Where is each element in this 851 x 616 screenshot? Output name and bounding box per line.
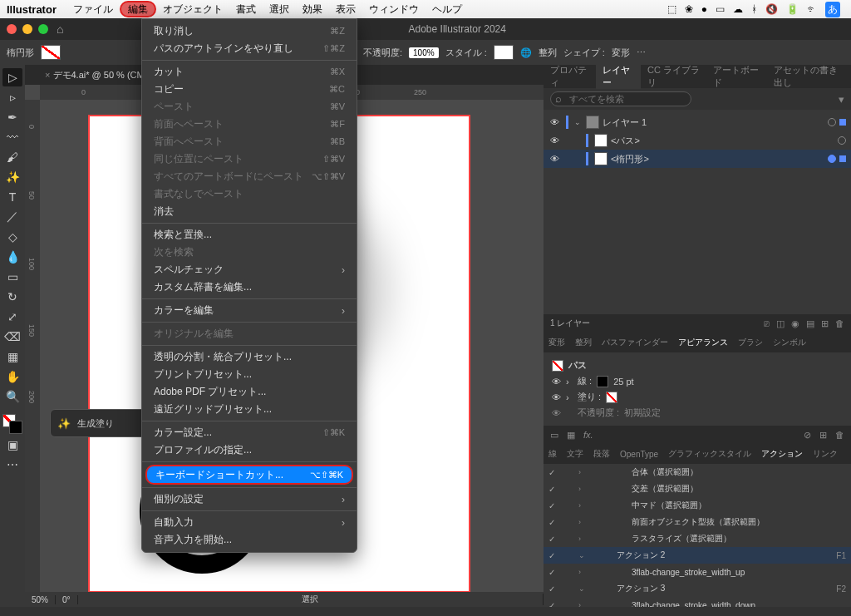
action-row[interactable]: ✓ › 前面オブジェクト型抜（選択範囲） — [544, 514, 851, 530]
tab-artboards[interactable]: アートボード — [706, 64, 767, 89]
bluetooth-icon[interactable]: ᚼ — [751, 3, 757, 15]
layer-row[interactable]: 👁 <パス> — [544, 131, 851, 150]
twisty-icon[interactable]: › — [578, 601, 587, 607]
check-icon[interactable]: ✓ — [548, 501, 558, 510]
edit-toolbar[interactable]: ⋯ — [2, 456, 22, 474]
tab-export[interactable]: アセットの書き出し — [767, 64, 851, 89]
mi-color-edit[interactable]: カラーを編集› — [142, 302, 357, 319]
mi-spellcheck[interactable]: スペルチェック› — [142, 261, 357, 278]
visibility-icon[interactable]: 👁 — [548, 117, 560, 127]
locate-icon[interactable]: ⎚ — [764, 318, 770, 328]
hand-tool[interactable]: ✋ — [2, 367, 22, 386]
stroke-swatch[interactable] — [597, 376, 608, 387]
icon[interactable]: ▦ — [567, 430, 575, 441]
visibility-icon[interactable]: 👁 — [548, 136, 560, 145]
menu-effect[interactable]: 効果 — [296, 1, 329, 17]
sublayer-icon[interactable]: ▤ — [806, 318, 814, 329]
align-label[interactable]: 整列 — [539, 47, 557, 59]
twisty-icon[interactable]: › — [578, 485, 587, 493]
duplicate-icon[interactable]: ⊞ — [819, 430, 827, 441]
menu-file[interactable]: ファイル — [66, 1, 120, 17]
action-row[interactable]: ✓ ⌄ アクション 3 F2 — [544, 580, 851, 597]
status-icon[interactable]: ☁ — [733, 3, 743, 15]
gradient-tool[interactable]: ▦ — [2, 347, 22, 366]
generate-fill-btn[interactable]: 生成塗り — [77, 417, 114, 430]
menu-edit[interactable]: 編集 — [120, 1, 156, 17]
mi-voice-input[interactable]: 音声入力を開始... — [142, 531, 357, 549]
filter-icon[interactable]: ▾ — [839, 93, 844, 106]
mi-find[interactable]: 検索と置換... — [142, 226, 357, 244]
home-icon[interactable]: ⌂ — [57, 22, 63, 36]
mi-undo[interactable]: 取り消し⌘Z — [142, 22, 357, 40]
minimize-icon[interactable] — [22, 24, 32, 34]
mi-autofill[interactable]: 自動入力› — [142, 514, 357, 531]
transform-label[interactable]: 変形 — [612, 47, 630, 59]
tab-opentype[interactable]: OpenType — [615, 450, 663, 459]
tab-cc-libraries[interactable]: CC ライブラリ — [641, 64, 706, 89]
shape-tool[interactable]: ◇ — [2, 228, 22, 246]
check-icon[interactable]: ✓ — [548, 551, 558, 560]
wifi-icon[interactable]: ᯤ — [807, 3, 817, 15]
mi-cut[interactable]: カット⌘X — [142, 63, 357, 81]
menu-view[interactable]: 表示 — [329, 1, 362, 17]
fill-swatch[interactable] — [606, 392, 617, 403]
menu-select[interactable]: 選択 — [263, 1, 296, 17]
action-row[interactable]: ✓ › 3flab-change_stroke_width_up — [544, 564, 851, 580]
target-icon[interactable] — [838, 136, 846, 145]
twisty-icon[interactable]: › — [578, 535, 587, 543]
rotate-tool[interactable]: ↻ — [2, 288, 22, 306]
check-icon[interactable]: ✓ — [548, 601, 558, 608]
zoom-level[interactable]: 50% — [25, 595, 56, 604]
line-tool[interactable]: ／ — [2, 208, 22, 226]
selection-tool[interactable]: ▷ — [2, 68, 22, 86]
brush-tool[interactable]: 🖌 — [2, 148, 22, 166]
screen-mode[interactable]: ▣ — [2, 436, 22, 454]
action-row[interactable]: ✓ › 合体（選択範囲） — [544, 464, 851, 480]
close-tab-icon[interactable]: × — [45, 70, 50, 80]
tab-appearance[interactable]: アピアランス — [673, 337, 733, 348]
action-row[interactable]: ✓ › 3flab-change_stroke_width_down — [544, 597, 851, 607]
twisty-icon[interactable]: › — [578, 518, 587, 526]
check-icon[interactable]: ✓ — [548, 485, 558, 494]
mi-color-settings[interactable]: カラー設定...⇧⌘K — [142, 424, 357, 441]
status-icon[interactable]: ● — [701, 3, 707, 15]
clear-icon[interactable]: ⊘ — [804, 430, 811, 441]
close-icon[interactable] — [7, 24, 17, 34]
color-picker[interactable] — [2, 414, 22, 434]
clip-icon[interactable]: ◫ — [776, 318, 785, 329]
tab-actions[interactable]: アクション — [756, 448, 808, 460]
new-layer-icon[interactable]: ⊞ — [821, 318, 829, 329]
mi-redo[interactable]: パスのアウトラインをやり直し⇧⌘Z — [142, 40, 357, 57]
stroke-value[interactable]: 25 pt — [613, 377, 633, 387]
delete-icon[interactable]: 🗑 — [835, 318, 844, 328]
mi-assign-profile[interactable]: プロファイルの指定... — [142, 441, 357, 459]
visibility-icon[interactable]: 👁 — [552, 392, 561, 402]
check-icon[interactable]: ✓ — [548, 468, 558, 477]
tab-pathfinder[interactable]: パスファインダー — [597, 337, 673, 348]
mi-keyboard-shortcuts[interactable]: キーボードショートカット...⌥⇧⌘K — [145, 465, 353, 485]
check-icon[interactable]: ✓ — [548, 584, 558, 594]
menu-window[interactable]: ウィンドウ — [362, 1, 426, 17]
menu-object[interactable]: オブジェクト — [156, 1, 229, 17]
layer-row[interactable]: 👁 <楕円形> — [544, 150, 851, 168]
mi-print-preset[interactable]: プリントプリセット... — [142, 366, 357, 383]
action-row[interactable]: ✓ ⌄ アクション 2 F1 — [544, 547, 851, 564]
traffic-lights[interactable] — [7, 24, 48, 34]
tab-stroke[interactable]: 線 — [544, 448, 562, 460]
input-lang[interactable]: あ — [825, 2, 840, 17]
check-icon[interactable]: ✓ — [548, 518, 558, 527]
twisty-icon[interactable]: › — [578, 468, 587, 476]
tab-links[interactable]: リンク — [808, 448, 843, 460]
target-icon[interactable] — [828, 118, 836, 126]
scale-tool[interactable]: ⤢ — [2, 308, 22, 326]
mi-flatten-preset[interactable]: 透明の分割・統合プリセット... — [142, 348, 357, 366]
curvature-tool[interactable]: 〰 — [2, 128, 22, 146]
action-row[interactable]: ✓ › ラスタライズ（選択範囲） — [544, 530, 851, 547]
twisty-icon[interactable]: › — [578, 501, 587, 510]
direct-select-tool[interactable]: ▹ — [2, 88, 22, 106]
status-icon[interactable]: ⬚ — [667, 3, 676, 15]
mi-grid-preset[interactable]: 遠近グリッドプリセット... — [142, 401, 357, 418]
wand-tool[interactable]: ✨ — [2, 168, 22, 186]
opacity-value[interactable]: 100% — [409, 47, 439, 58]
visibility-icon[interactable]: 👁 — [548, 154, 560, 164]
